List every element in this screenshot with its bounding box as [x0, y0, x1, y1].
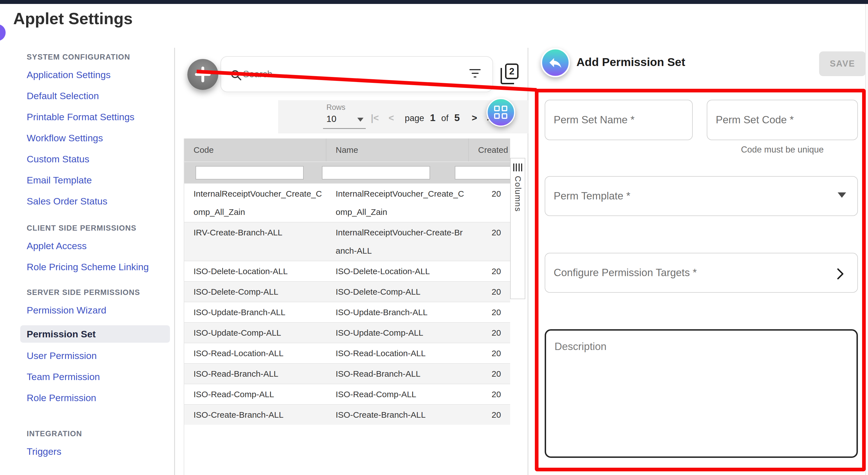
- table-row[interactable]: ISO-Create-Branch-ALL ISO-Create-Branch-…: [184, 404, 510, 425]
- first-page-button[interactable]: |<: [371, 112, 379, 124]
- table-header-row: Code Name Created: [184, 138, 510, 161]
- search-input[interactable]: [243, 57, 451, 91]
- name-filter-input[interactable]: [322, 166, 430, 180]
- next-page-button[interactable]: >: [472, 112, 477, 124]
- of-word: of: [441, 112, 448, 124]
- cell-created: 20: [469, 364, 510, 384]
- cell-name: ISO-Read-Location-ALL: [327, 343, 469, 363]
- grid-icon: [494, 106, 507, 119]
- cell-created: 20: [469, 405, 510, 425]
- configure-targets-label: Configure Permission Targets *: [554, 267, 696, 279]
- table-row[interactable]: ISO-Read-Location-ALL ISO-Read-Location-…: [184, 343, 510, 363]
- copy-front-shape: 2: [505, 63, 519, 79]
- rows-per-page-select[interactable]: 10: [323, 113, 366, 129]
- cell-code: IRV-Create-Branch-ALL: [184, 222, 327, 261]
- sidebar-item-team-permission[interactable]: Team Permission: [27, 371, 159, 383]
- sidebar-item-custom-status[interactable]: Custom Status: [27, 153, 159, 165]
- page-title: Applet Settings: [13, 9, 132, 28]
- code-helper-text: Code must be unique: [707, 145, 858, 155]
- sidebar-item-triggers[interactable]: Triggers: [27, 445, 159, 457]
- sidebar-section-server-side-permissions: SERVER SIDE PERMISSIONS: [27, 288, 164, 297]
- cell-code: ISO-Update-Branch-ALL: [184, 302, 327, 322]
- add-button[interactable]: [187, 59, 218, 90]
- columns-tab-label: Columns: [513, 176, 523, 212]
- cell-name: ISO-Update-Branch-ALL: [327, 302, 469, 322]
- sidebar-item-application-settings[interactable]: Application Settings: [27, 69, 159, 81]
- sidebar-item-printable-format-settings[interactable]: Printable Format Settings: [27, 111, 159, 123]
- pager: |< < page 1 of 5 > >|: [371, 112, 495, 124]
- sidebar-item-applet-access[interactable]: Applet Access: [27, 240, 159, 252]
- rows-label: Rows: [327, 103, 345, 112]
- columns-panel-toggle[interactable]: Columns: [510, 158, 525, 299]
- cell-code: ISO-Create-Branch-ALL: [184, 405, 327, 425]
- sidebar-section-client-side-permissions: CLIENT SIDE PERMISSIONS: [27, 224, 164, 232]
- filter-icon[interactable]: [469, 69, 480, 80]
- sidebar-item-user-permission[interactable]: User Permission: [27, 350, 159, 361]
- cell-name: ISO-Delete-Comp-ALL: [327, 282, 469, 302]
- cell-created: 20: [469, 343, 510, 363]
- sidebar-item-role-permission[interactable]: Role Permission: [27, 392, 159, 404]
- back-button[interactable]: [541, 48, 570, 77]
- sidebar-item-sales-order-status[interactable]: Sales Order Status: [27, 195, 159, 207]
- sidebar-item-permission-wizard[interactable]: Permission Wizard: [27, 304, 159, 316]
- column-header-created[interactable]: Created: [469, 138, 510, 161]
- sidebar-item-role-pricing-scheme-linking[interactable]: Role Pricing Scheme Linking: [27, 261, 159, 273]
- sidebar-item-workflow-settings[interactable]: Workflow Settings: [27, 132, 159, 144]
- chevron-right-icon: [837, 268, 844, 280]
- table-filter-row: [184, 161, 510, 183]
- cell-name: ISO-Read-Branch-ALL: [327, 364, 469, 384]
- perm-set-code-field: [707, 100, 858, 140]
- sidebar-section-system-configuration: SYSTEM CONFIGURATION: [27, 53, 164, 62]
- floating-action-dot[interactable]: [0, 24, 6, 41]
- code-filter-input[interactable]: [195, 166, 304, 180]
- perm-template-select[interactable]: Perm Template *: [545, 176, 858, 216]
- table-row[interactable]: ISO-Delete-Comp-ALL ISO-Delete-Comp-ALL …: [184, 281, 510, 302]
- description-textarea[interactable]: [546, 330, 857, 456]
- column-header-code[interactable]: Code: [184, 138, 327, 161]
- cell-name: ISO-Create-Branch-ALL: [327, 405, 469, 425]
- cell-created: 20: [469, 384, 510, 404]
- cell-code: InternalReceiptVoucher_Create_Comp_All_Z…: [184, 184, 327, 222]
- sidebar: SYSTEM CONFIGURATION Application Setting…: [27, 53, 164, 467]
- cell-code: ISO-Read-Branch-ALL: [184, 364, 327, 384]
- table-row[interactable]: ISO-Update-Comp-ALL ISO-Update-Comp-ALL …: [184, 322, 510, 343]
- cell-code: ISO-Delete-Location-ALL: [184, 261, 327, 281]
- total-pages: 5: [454, 112, 460, 124]
- current-page: 1: [430, 112, 435, 124]
- sidebar-item-default-selection[interactable]: Default Selection: [27, 90, 159, 102]
- sidebar-item-email-template[interactable]: Email Template: [27, 174, 159, 186]
- perm-set-name-input[interactable]: [545, 100, 692, 139]
- cell-name: ISO-Delete-Location-ALL: [327, 261, 469, 281]
- cell-name: InternalReceiptVoucher-Create-Branch-ALL: [327, 222, 469, 261]
- scrollbar-track[interactable]: [865, 4, 868, 475]
- save-button[interactable]: SAVE: [819, 52, 866, 76]
- prev-page-button[interactable]: <: [389, 112, 394, 124]
- select-underline: [323, 128, 366, 129]
- cell-code: ISO-Update-Comp-ALL: [184, 323, 327, 343]
- column-header-name[interactable]: Name: [327, 138, 469, 161]
- panel-title: Add Permission Set: [577, 56, 685, 69]
- dropdown-caret-icon: [838, 192, 846, 198]
- table-row[interactable]: ISO-Update-Branch-ALL ISO-Update-Branch-…: [184, 302, 510, 322]
- cell-code: ISO-Read-Comp-ALL: [184, 384, 327, 404]
- description-field: [545, 329, 858, 458]
- columns-handle-icon: [513, 163, 522, 172]
- cell-created: 20: [469, 302, 510, 322]
- configure-permission-targets-button[interactable]: Configure Permission Targets *: [545, 253, 858, 293]
- table-row[interactable]: ISO-Read-Comp-ALL ISO-Read-Comp-ALL 20: [184, 384, 510, 404]
- cell-name: ISO-Read-Comp-ALL: [327, 384, 469, 404]
- saved-views-icon[interactable]: 2: [501, 63, 520, 85]
- cell-code: ISO-Delete-Comp-ALL: [184, 282, 327, 302]
- table-row[interactable]: InternalReceiptVoucher_Create_Comp_All_Z…: [184, 183, 510, 222]
- view-switcher-button[interactable]: [487, 98, 515, 127]
- sidebar-divider: [174, 48, 175, 475]
- table-row[interactable]: ISO-Delete-Location-ALL ISO-Delete-Locat…: [184, 261, 510, 281]
- cell-created: 20: [469, 222, 510, 261]
- perm-set-code-input[interactable]: [707, 100, 857, 139]
- cell-created: 20: [469, 184, 510, 222]
- created-filter-input[interactable]: [455, 166, 510, 180]
- chevron-down-icon: [357, 118, 364, 122]
- table-row[interactable]: ISO-Read-Branch-ALL ISO-Read-Branch-ALL …: [184, 363, 510, 384]
- sidebar-item-permission-set[interactable]: Permission Set: [20, 325, 170, 343]
- table-row[interactable]: IRV-Create-Branch-ALL InternalReceiptVou…: [184, 222, 510, 261]
